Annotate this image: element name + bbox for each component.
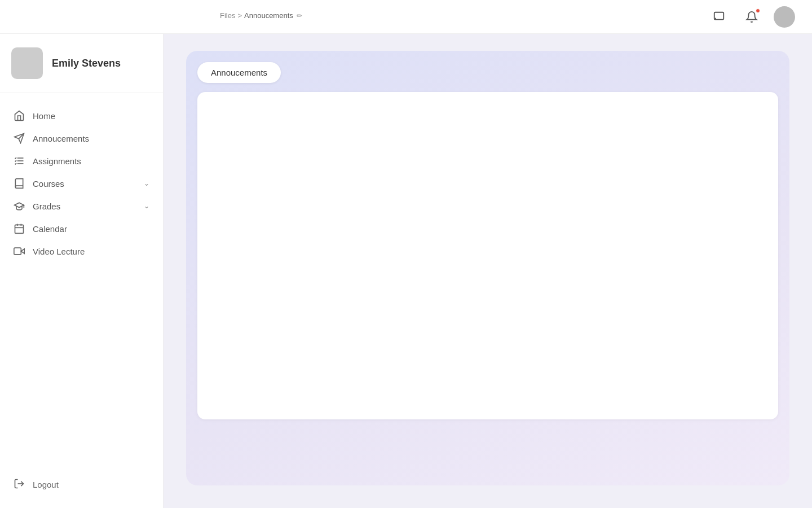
chat-button[interactable] [708, 6, 730, 28]
sidebar-item-annoucements-label: Annoucements [33, 134, 149, 143]
calendar-icon [14, 223, 25, 234]
sidebar-item-video-lecture[interactable]: Video Lecture [0, 240, 163, 262]
sidebar-item-calendar-label: Calendar [33, 224, 149, 234]
breadcrumb-current: Annoucements [244, 11, 293, 20]
page-card: Annoucements [186, 51, 789, 485]
svg-marker-8 [21, 249, 24, 253]
sidebar-item-home-label: Home [33, 111, 149, 121]
list-check-icon [14, 155, 25, 167]
sidebar-item-calendar[interactable]: Calendar [0, 217, 163, 240]
sidebar-item-video-lecture-label: Video Lecture [33, 247, 149, 256]
user-name: Emily Stevens [52, 58, 121, 69]
graduation-cap-icon [14, 200, 25, 212]
announcements-tab[interactable]: Annoucements [197, 62, 281, 83]
user-section: Emily Stevens [0, 34, 163, 93]
breadcrumb-separator: > [237, 11, 242, 20]
sidebar-item-courses-label: Courses [33, 179, 136, 189]
courses-chevron-icon: ⌄ [144, 179, 149, 187]
sidebar-item-home[interactable]: Home [0, 104, 163, 127]
notification-dot [756, 8, 760, 13]
content-area: Annoucements [164, 34, 812, 508]
user-avatar-sidebar [11, 47, 43, 79]
megaphone-icon [14, 133, 25, 144]
sidebar-item-assignments[interactable]: Assignments [0, 150, 163, 172]
logout-icon [14, 478, 25, 491]
logout-button[interactable]: Logout [0, 472, 163, 497]
user-avatar-topbar[interactable] [774, 6, 795, 28]
announcements-content [197, 92, 778, 419]
topbar-icons [708, 6, 795, 28]
grades-chevron-icon: ⌄ [144, 202, 149, 210]
sidebar-item-courses[interactable]: Courses ⌄ [0, 172, 163, 195]
book-icon [14, 178, 25, 189]
svg-rect-4 [15, 225, 24, 233]
svg-rect-9 [14, 248, 21, 255]
breadcrumb: Files > Annoucements ✏ [220, 11, 302, 20]
chat-icon [713, 11, 725, 23]
sidebar-item-grades[interactable]: Grades ⌄ [0, 195, 163, 217]
breadcrumb-files: Files [220, 11, 235, 20]
video-icon [14, 246, 25, 257]
sidebar: Emily Stevens Home [0, 34, 164, 508]
home-icon [14, 110, 25, 121]
breadcrumb-edit-icon[interactable]: ✏ [297, 12, 302, 20]
notification-button[interactable] [741, 6, 762, 28]
topbar: Files > Annoucements ✏ [0, 0, 812, 34]
sidebar-item-grades-label: Grades [33, 202, 136, 211]
sidebar-item-annoucements[interactable]: Annoucements [0, 127, 163, 150]
sidebar-item-assignments-label: Assignments [33, 156, 149, 166]
nav-list: Home Annoucements [0, 93, 163, 472]
logout-label: Logout [33, 480, 59, 489]
main-layout: Emily Stevens Home [0, 34, 812, 508]
